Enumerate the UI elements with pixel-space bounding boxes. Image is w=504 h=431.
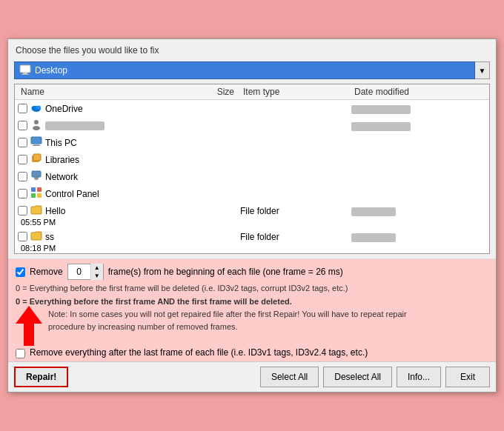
svg-rect-1	[23, 73, 27, 74]
frame-label: frame(s) from he beginning of each file …	[108, 267, 343, 277]
table-row: Control Panel	[15, 185, 489, 202]
remove-frames-row: Remove ▲ ▼ frame(s) from he beginning of…	[16, 264, 488, 280]
red-arrow-container	[16, 306, 42, 346]
svg-rect-16	[31, 187, 36, 192]
info-line2: 0 = Everything before the first frame AN…	[16, 296, 488, 307]
folder-hello-icon	[30, 204, 42, 218]
spinner-buttons: ▲ ▼	[90, 264, 103, 280]
arrow-shaft-icon	[24, 324, 34, 346]
location-bar: Desktop ▼	[14, 61, 490, 79]
arrow-info-row: Note: In some cases you will not get rep…	[16, 309, 488, 346]
svg-point-15	[34, 178, 39, 180]
file-name-onedrive: OneDrive	[45, 104, 83, 114]
frame-count-input[interactable]	[68, 264, 90, 279]
network-icon	[30, 170, 42, 184]
table-row	[15, 117, 489, 134]
title-text: Choose the files you would like to fix	[16, 45, 159, 56]
file-date-onedrive	[351, 105, 411, 114]
libraries-icon	[30, 153, 42, 167]
file-name-hello: Hello	[45, 206, 65, 216]
svg-point-5	[36, 106, 41, 110]
file-date-hello	[351, 207, 396, 216]
options-panel: Remove ▲ ▼ frame(s) from he beginning of…	[8, 258, 496, 361]
file-date-time-ss: 08:18 PM	[21, 244, 181, 253]
location-input[interactable]: Desktop	[14, 61, 475, 79]
spinner-down-btn[interactable]: ▼	[91, 272, 103, 280]
dialog-title: Choose the files you would like to fix	[8, 39, 496, 59]
svg-rect-19	[37, 193, 42, 198]
file-checkbox-ss[interactable]	[18, 232, 27, 241]
location-text: Desktop	[35, 65, 67, 76]
file-date-ss	[351, 233, 396, 242]
file-checkbox-onedrive[interactable]	[18, 104, 27, 113]
file-checkbox-thispc[interactable]	[18, 138, 27, 147]
computer-icon	[30, 136, 42, 150]
table-row: Libraries	[15, 151, 489, 168]
info-button[interactable]: Info...	[397, 367, 441, 387]
file-date-time-hello: 05:55 PM	[21, 218, 181, 227]
col-date: Date modified	[351, 87, 486, 97]
file-name-user	[45, 121, 105, 130]
spinner-up-btn[interactable]: ▲	[91, 264, 103, 272]
dropdown-chevron-icon: ▼	[479, 67, 486, 75]
file-checkbox-controlpanel[interactable]	[18, 189, 27, 198]
col-name: Name	[18, 87, 181, 97]
info-line4: procedure by increasing number of remove…	[48, 321, 488, 333]
svg-rect-2	[21, 74, 29, 75]
table-row: This PC	[15, 134, 489, 151]
svg-point-6	[34, 120, 39, 124]
svg-rect-13	[32, 171, 41, 177]
svg-rect-0	[20, 65, 30, 73]
folder-ss-icon	[30, 230, 42, 244]
file-name-controlpanel: Control Panel	[45, 189, 99, 199]
buttons-bar: Repair! Select All Deselect All Info... …	[8, 361, 496, 392]
col-type: Item type	[240, 87, 351, 97]
exit-button[interactable]: Exit	[445, 367, 490, 387]
info-section: 0 = Everything before the first frame wi…	[16, 283, 488, 358]
file-name-network: Network	[45, 172, 78, 182]
select-all-button[interactable]: Select All	[260, 367, 319, 387]
arrow-head-icon	[16, 306, 42, 324]
file-name-ss: ss	[45, 232, 54, 242]
file-checkbox-hello[interactable]	[18, 206, 27, 216]
file-checkbox-libraries[interactable]	[18, 155, 27, 164]
file-date-user	[351, 122, 411, 131]
svg-point-7	[33, 126, 40, 130]
svg-rect-10	[33, 145, 40, 146]
info-line3: Note: In some cases you will not get rep…	[48, 309, 488, 320]
file-checkbox-network[interactable]	[18, 172, 27, 181]
remove-last-label: Remove everything after the last frame o…	[30, 347, 368, 358]
user-icon	[30, 118, 42, 133]
location-dropdown-btn[interactable]: ▼	[475, 61, 490, 79]
file-list-header: Name Size Item type Date modified	[15, 84, 489, 100]
note-text-container: Note: In some cases you will not get rep…	[48, 309, 488, 335]
svg-rect-14	[34, 177, 39, 178]
deselect-all-button[interactable]: Deselect All	[323, 367, 392, 387]
repair-button[interactable]: Repair!	[14, 367, 68, 387]
table-row: Network	[15, 168, 489, 185]
table-row: Hello File folder 05:55 PM	[15, 202, 489, 228]
file-list-container: Name Size Item type Date modified OneDri…	[14, 84, 490, 254]
table-row: ss File folder 08:18 PM	[15, 228, 489, 254]
desktop-icon	[19, 64, 31, 78]
info-line1: 0 = Everything before the first frame wi…	[16, 283, 488, 294]
remove-checkbox[interactable]	[16, 267, 25, 277]
file-checkbox-user[interactable]	[18, 121, 27, 130]
file-type-hello: File folder	[240, 206, 351, 216]
svg-point-4	[32, 106, 37, 110]
remove-label: Remove	[30, 267, 63, 277]
main-dialog: Choose the files you would like to fix D…	[7, 39, 497, 392]
svg-rect-9	[33, 144, 39, 145]
file-name-thispc: This PC	[45, 138, 77, 148]
control-panel-icon	[30, 187, 42, 201]
file-name-libraries: Libraries	[45, 155, 79, 165]
svg-rect-18	[31, 193, 36, 198]
svg-rect-8	[31, 137, 42, 144]
remove-last-row: Remove everything after the last frame o…	[16, 347, 488, 358]
table-row: OneDrive	[15, 100, 489, 117]
frame-count-spinner: ▲ ▼	[67, 264, 104, 280]
col-size: Size	[181, 87, 240, 97]
remove-last-checkbox[interactable]	[16, 349, 25, 358]
onedrive-icon	[30, 101, 42, 116]
svg-rect-12	[33, 154, 41, 161]
